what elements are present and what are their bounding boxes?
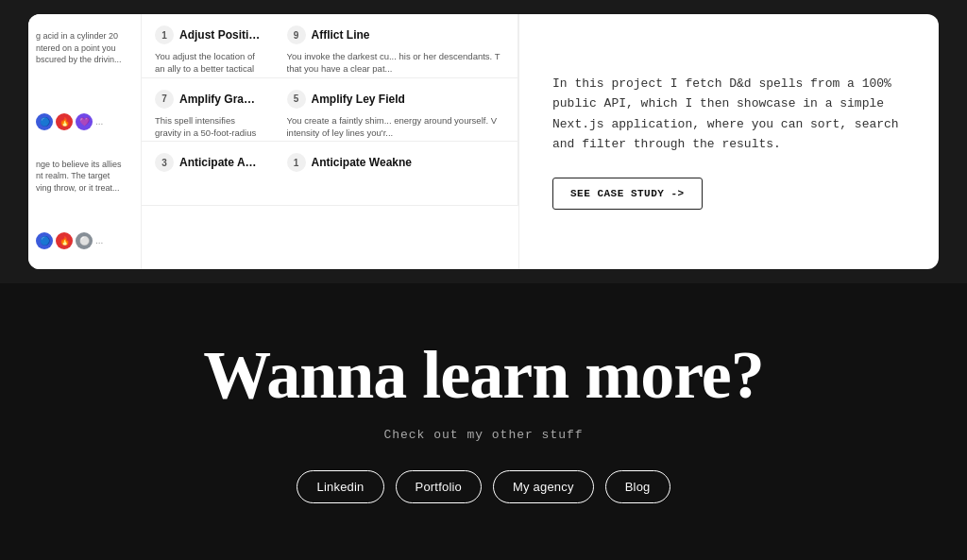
spell-number-3: 7 <box>155 90 174 109</box>
agency-button[interactable]: My agency <box>493 470 594 503</box>
description-text: In this project I fetch D&d spells from … <box>552 74 906 155</box>
spell-card-3: 7 Amplify Gravity This spell intensifies… <box>142 78 274 143</box>
spell-card-5: 3 Anticipate Arcana <box>142 142 274 206</box>
headline: Wanna learn more? <box>203 341 764 409</box>
spell-name-3: Amplify Gravity <box>179 93 261 106</box>
spell-number-4: 5 <box>287 90 306 109</box>
top-section: g acid in a cylinder 20 ntered on a poin… <box>0 0 967 283</box>
spell-desc-4: You create a faintly shim... energy arou… <box>287 114 505 140</box>
spell-card-6: 1 Anticipate Weakne <box>274 142 519 206</box>
spell-name-2: Afflict Line <box>312 28 370 42</box>
spell-desc-3: This spell intensifies gravity in a 50-f… <box>155 114 261 143</box>
blog-button[interactable]: Blog <box>605 470 670 503</box>
spell-card-partial-left: g acid in a cylinder 20 ntered on a poin… <box>28 14 142 269</box>
portfolio-button[interactable]: Portfolio <box>396 470 483 503</box>
spells-grid: g acid in a cylinder 20 ntered on a poin… <box>28 14 519 269</box>
spell-icon-blue: 🔵 <box>36 113 53 130</box>
spell-card-1: 1 Adjust Position You adjust the locatio… <box>142 14 274 78</box>
spell-name-6: Anticipate Weakne <box>312 156 412 169</box>
linkedin-button[interactable]: Linkedin <box>297 470 383 503</box>
spell-name-5: Anticipate Arcana <box>179 156 261 169</box>
spell-desc-1: You adjust the location of an ally to a … <box>155 50 261 78</box>
case-study-button[interactable]: SEE CASE STUDY -> <box>552 178 703 210</box>
more-dots-2: ... <box>95 235 103 246</box>
spell-card-4: 5 Amplify Ley Field You create a faintly… <box>274 78 519 143</box>
spell-number-1: 1 <box>155 25 174 44</box>
spell-icon-fire: 🔥 <box>56 113 73 130</box>
spell-name-4: Amplify Ley Field <box>312 93 405 106</box>
spell-number-5: 3 <box>155 153 174 172</box>
spell-icon-blue-2: 🔵 <box>36 232 53 249</box>
partial-text-3: bscured by the drivin... <box>36 54 133 66</box>
more-dots: ... <box>95 116 103 127</box>
description-panel: In this project I fetch D&d spells from … <box>519 14 939 269</box>
spell-number-2: 9 <box>287 25 306 44</box>
spell-name-1: Adjust Position <box>179 28 261 42</box>
spell-number-6: 1 <box>287 153 306 172</box>
partial-text-1: g acid in a cylinder 20 <box>36 30 133 42</box>
subtitle: Check out my other stuff <box>383 428 583 442</box>
spell-desc-2: You invoke the darkest cu... his or her … <box>287 50 505 76</box>
spell-icon-purple: 💜 <box>76 113 93 130</box>
spell-icon-gray: ⚪ <box>76 232 93 249</box>
spell-icon-fire-2: 🔥 <box>56 232 73 249</box>
spell-card-2: 9 Afflict Line You invoke the darkest cu… <box>274 14 519 78</box>
partial-text-2: ntered on a point you <box>36 42 133 55</box>
nav-buttons: Linkedin Portfolio My agency Blog <box>297 470 670 503</box>
bottom-section: Wanna learn more? Check out my other stu… <box>0 283 967 560</box>
card-container: g acid in a cylinder 20 ntered on a poin… <box>28 14 939 269</box>
